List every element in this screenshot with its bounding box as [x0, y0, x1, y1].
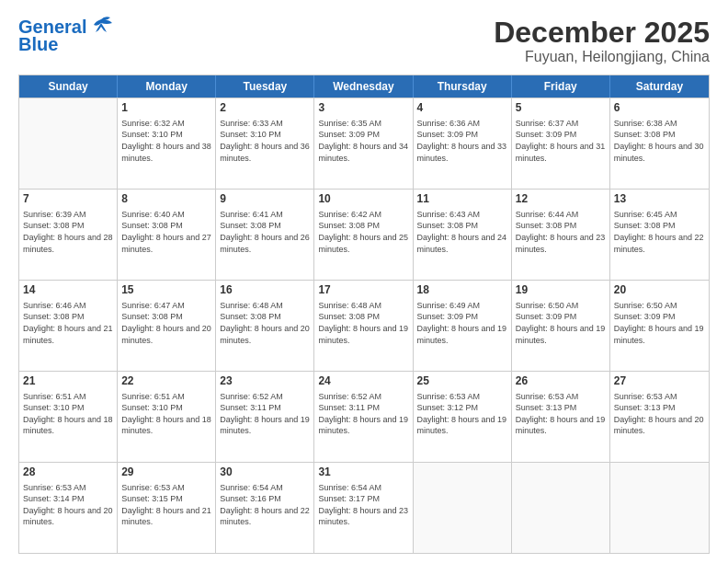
day-number: 8: [121, 192, 211, 207]
calendar: Sunday Monday Tuesday Wednesday Thursday…: [18, 75, 710, 554]
day-info: Sunrise: 6:54 AMSunset: 3:17 PMDaylight:…: [318, 482, 408, 528]
day-cell-w4-d6: 26Sunrise: 6:53 AMSunset: 3:13 PMDayligh…: [512, 372, 610, 462]
day-cell-w3-d6: 19Sunrise: 6:50 AMSunset: 3:09 PMDayligh…: [512, 281, 610, 371]
day-number: 1: [121, 101, 211, 116]
day-cell-w4-d5: 25Sunrise: 6:53 AMSunset: 3:12 PMDayligh…: [414, 372, 512, 462]
day-info: Sunrise: 6:52 AMSunset: 3:11 PMDaylight:…: [318, 391, 408, 437]
day-cell-w1-d7: 6Sunrise: 6:38 AMSunset: 3:08 PMDaylight…: [610, 98, 709, 189]
day-cell-w1-d3: 2Sunrise: 6:33 AMSunset: 3:10 PMDaylight…: [216, 98, 314, 189]
day-info: Sunrise: 6:35 AMSunset: 3:09 PMDaylight:…: [318, 118, 408, 164]
week-row-1: 1Sunrise: 6:32 AMSunset: 3:10 PMDaylight…: [19, 98, 709, 189]
day-cell-w1-d1: [19, 98, 118, 189]
day-number: 13: [614, 192, 705, 207]
day-number: 6: [614, 101, 705, 116]
day-number: 15: [121, 283, 211, 298]
day-info: Sunrise: 6:47 AMSunset: 3:08 PMDaylight:…: [121, 300, 211, 346]
day-cell-w3-d2: 15Sunrise: 6:47 AMSunset: 3:08 PMDayligh…: [118, 281, 216, 371]
day-info: Sunrise: 6:45 AMSunset: 3:08 PMDaylight:…: [614, 209, 705, 255]
header-saturday: Saturday: [610, 75, 709, 98]
day-info: Sunrise: 6:53 AMSunset: 3:12 PMDaylight:…: [417, 391, 507, 437]
day-cell-w5-d6: [512, 463, 610, 553]
day-info: Sunrise: 6:49 AMSunset: 3:09 PMDaylight:…: [417, 300, 507, 346]
day-number: 29: [121, 465, 211, 480]
day-info: Sunrise: 6:41 AMSunset: 3:08 PMDaylight:…: [220, 209, 310, 255]
day-info: Sunrise: 6:44 AMSunset: 3:08 PMDaylight:…: [516, 209, 606, 255]
day-cell-w5-d7: [610, 463, 709, 553]
logo: General Blue: [18, 17, 114, 55]
day-number: 27: [614, 374, 705, 389]
day-cell-w4-d7: 27Sunrise: 6:53 AMSunset: 3:13 PMDayligh…: [610, 372, 709, 462]
day-number: 31: [318, 465, 408, 480]
week-row-4: 21Sunrise: 6:51 AMSunset: 3:10 PMDayligh…: [19, 371, 709, 462]
calendar-body: 1Sunrise: 6:32 AMSunset: 3:10 PMDaylight…: [19, 98, 709, 553]
day-info: Sunrise: 6:51 AMSunset: 3:10 PMDaylight:…: [23, 391, 113, 437]
header: General Blue December 2025 Fuyuan, Heilo…: [18, 17, 710, 65]
day-info: Sunrise: 6:37 AMSunset: 3:09 PMDaylight:…: [516, 118, 606, 164]
day-info: Sunrise: 6:48 AMSunset: 3:08 PMDaylight:…: [318, 300, 408, 346]
day-info: Sunrise: 6:39 AMSunset: 3:08 PMDaylight:…: [23, 209, 113, 255]
day-info: Sunrise: 6:52 AMSunset: 3:11 PMDaylight:…: [220, 391, 310, 437]
week-row-3: 14Sunrise: 6:46 AMSunset: 3:08 PMDayligh…: [19, 280, 709, 371]
day-info: Sunrise: 6:46 AMSunset: 3:08 PMDaylight:…: [23, 300, 113, 346]
day-number: 26: [516, 374, 606, 389]
day-cell-w3-d3: 16Sunrise: 6:48 AMSunset: 3:08 PMDayligh…: [216, 281, 314, 371]
day-cell-w5-d3: 30Sunrise: 6:54 AMSunset: 3:16 PMDayligh…: [216, 463, 314, 553]
day-cell-w2-d6: 12Sunrise: 6:44 AMSunset: 3:08 PMDayligh…: [512, 190, 610, 280]
day-cell-w5-d5: [414, 463, 512, 553]
week-row-2: 7Sunrise: 6:39 AMSunset: 3:08 PMDaylight…: [19, 189, 709, 280]
day-info: Sunrise: 6:50 AMSunset: 3:09 PMDaylight:…: [516, 300, 606, 346]
day-cell-w3-d1: 14Sunrise: 6:46 AMSunset: 3:08 PMDayligh…: [19, 281, 118, 371]
day-cell-w2-d5: 11Sunrise: 6:43 AMSunset: 3:08 PMDayligh…: [414, 190, 512, 280]
day-info: Sunrise: 6:50 AMSunset: 3:09 PMDaylight:…: [614, 300, 705, 346]
page: General Blue December 2025 Fuyuan, Heilo…: [0, 0, 728, 563]
day-cell-w1-d2: 1Sunrise: 6:32 AMSunset: 3:10 PMDaylight…: [118, 98, 216, 189]
day-number: 24: [318, 374, 408, 389]
day-number: 16: [220, 283, 310, 298]
day-number: 20: [614, 283, 705, 298]
day-info: Sunrise: 6:36 AMSunset: 3:09 PMDaylight:…: [417, 118, 507, 164]
day-cell-w3-d5: 18Sunrise: 6:49 AMSunset: 3:09 PMDayligh…: [414, 281, 512, 371]
day-number: 21: [23, 374, 113, 389]
day-info: Sunrise: 6:54 AMSunset: 3:16 PMDaylight:…: [220, 482, 310, 528]
calendar-header: Sunday Monday Tuesday Wednesday Thursday…: [19, 75, 709, 98]
day-info: Sunrise: 6:38 AMSunset: 3:08 PMDaylight:…: [614, 118, 705, 164]
day-number: 14: [23, 283, 113, 298]
day-number: 30: [220, 465, 310, 480]
day-number: 12: [516, 192, 606, 207]
day-number: 4: [417, 101, 507, 116]
day-number: 3: [318, 101, 408, 116]
day-number: 23: [220, 374, 310, 389]
day-cell-w2-d1: 7Sunrise: 6:39 AMSunset: 3:08 PMDaylight…: [19, 190, 118, 280]
day-number: 17: [318, 283, 408, 298]
day-number: 19: [516, 283, 606, 298]
day-info: Sunrise: 6:33 AMSunset: 3:10 PMDaylight:…: [220, 118, 310, 164]
day-info: Sunrise: 6:53 AMSunset: 3:13 PMDaylight:…: [516, 391, 606, 437]
day-number: 2: [220, 101, 310, 116]
day-info: Sunrise: 6:43 AMSunset: 3:08 PMDaylight:…: [417, 209, 507, 255]
day-number: 5: [516, 101, 606, 116]
day-info: Sunrise: 6:40 AMSunset: 3:08 PMDaylight:…: [121, 209, 211, 255]
day-cell-w2-d4: 10Sunrise: 6:42 AMSunset: 3:08 PMDayligh…: [314, 190, 413, 280]
day-info: Sunrise: 6:53 AMSunset: 3:13 PMDaylight:…: [614, 391, 705, 437]
header-friday: Friday: [512, 75, 610, 98]
day-number: 28: [23, 465, 113, 480]
day-cell-w5-d1: 28Sunrise: 6:53 AMSunset: 3:14 PMDayligh…: [19, 463, 118, 553]
header-sunday: Sunday: [19, 75, 118, 98]
day-cell-w2-d2: 8Sunrise: 6:40 AMSunset: 3:08 PMDaylight…: [118, 190, 216, 280]
day-number: 25: [417, 374, 507, 389]
header-monday: Monday: [118, 75, 216, 98]
day-number: 7: [23, 192, 113, 207]
logo-bird-icon: [88, 16, 114, 36]
day-number: 22: [121, 374, 211, 389]
location-subtitle: Fuyuan, Heilongjiang, China: [494, 49, 710, 65]
title-block: December 2025 Fuyuan, Heilongjiang, Chin…: [494, 17, 710, 65]
header-tuesday: Tuesday: [216, 75, 314, 98]
day-info: Sunrise: 6:53 AMSunset: 3:14 PMDaylight:…: [23, 482, 113, 528]
day-info: Sunrise: 6:48 AMSunset: 3:08 PMDaylight:…: [220, 300, 310, 346]
day-cell-w1-d4: 3Sunrise: 6:35 AMSunset: 3:09 PMDaylight…: [314, 98, 413, 189]
header-thursday: Thursday: [414, 75, 512, 98]
logo-blue-text: Blue: [18, 34, 58, 55]
day-number: 18: [417, 283, 507, 298]
day-cell-w4-d4: 24Sunrise: 6:52 AMSunset: 3:11 PMDayligh…: [314, 372, 413, 462]
day-cell-w5-d2: 29Sunrise: 6:53 AMSunset: 3:15 PMDayligh…: [118, 463, 216, 553]
